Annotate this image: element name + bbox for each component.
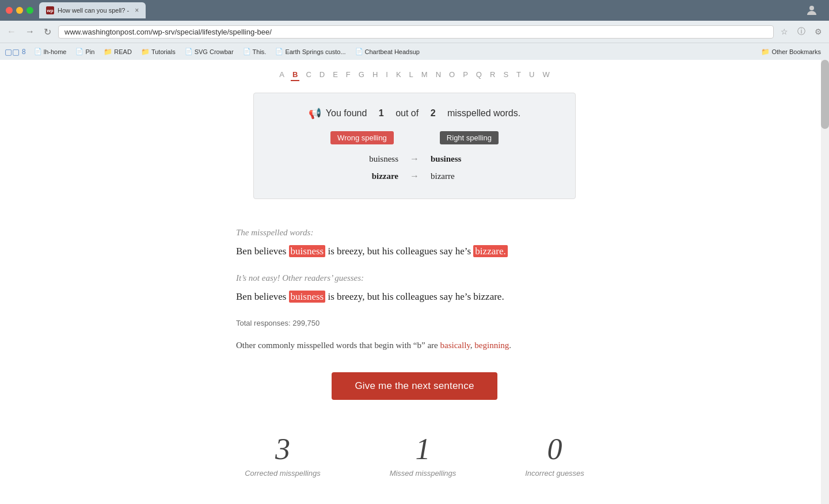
next-button-container: Give me the next sentence <box>236 372 593 400</box>
alpha-M[interactable]: M <box>420 69 429 81</box>
extensions-icon: ▢▢ <box>5 47 20 56</box>
browser-titlebar: wp How well can you spell? - × <box>0 0 829 21</box>
bookmark-page-icon: 📄 <box>243 48 251 55</box>
stat-missed: 1 Missed misspellings <box>390 434 457 478</box>
alpha-E[interactable]: E <box>331 69 340 81</box>
svg-point-0 <box>809 6 814 10</box>
alpha-G[interactable]: G <box>357 69 366 81</box>
bookmark-item-other[interactable]: 📁 Other Bookmarks <box>758 47 824 57</box>
stat-corrected-label: Corrected misspellings <box>245 469 321 478</box>
alpha-A[interactable]: A <box>277 69 286 81</box>
next-sentence-button[interactable]: Give me the next sentence <box>332 372 497 400</box>
stat-missed-number: 1 <box>415 434 430 464</box>
scrollbar-thumb[interactable] <box>821 60 829 129</box>
other-sentence-part-1: Ben believes <box>236 291 289 302</box>
right-word-2: bizarre <box>431 171 488 181</box>
alpha-I[interactable]: I <box>384 69 390 81</box>
alpha-D[interactable]: D <box>318 69 326 81</box>
bookmark-item-chartbeat[interactable]: 📄 Chartbeat Headsup <box>352 47 423 56</box>
bookmark-item-svg-crowbar[interactable]: 📄 SVG Crowbar <box>181 47 237 56</box>
refresh-button[interactable]: ↻ <box>41 25 54 39</box>
link-beginning[interactable]: beginning <box>474 341 509 350</box>
close-window-button[interactable] <box>6 7 13 14</box>
right-spelling-label: Right spelling <box>440 131 499 144</box>
bookmark-folder-icon: 📁 <box>141 48 150 56</box>
forward-button[interactable]: → <box>23 25 37 38</box>
browser-chrome: wp How well can you spell? - × ← → ↻ www… <box>0 0 829 60</box>
summary-mid: out of <box>396 108 419 119</box>
tab-title: How well can you spell? - <box>58 7 129 14</box>
sentence-part-1: Ben believes <box>236 246 289 257</box>
info-icon[interactable]: ⓘ <box>795 25 808 38</box>
sentence-part-2: is breezy, but his colleagues say he’s <box>325 246 473 257</box>
minimize-window-button[interactable] <box>16 7 23 14</box>
bookmark-page-icon: 📄 <box>275 48 283 55</box>
active-tab[interactable]: wp How well can you spell? - × <box>39 2 146 18</box>
stat-corrected: 3 Corrected misspellings <box>245 434 321 478</box>
other-sentence-part-2: is breezy, but his colleagues say he’s b… <box>325 291 504 302</box>
other-readers-sentence: Ben believes buisness is breezy, but his… <box>236 289 593 304</box>
bookmark-item-read[interactable]: 📁 READ <box>100 47 135 57</box>
alpha-K[interactable]: K <box>394 69 403 81</box>
bookmark-item-this[interactable]: 📄 This. <box>239 47 270 56</box>
bookmark-star-icon[interactable]: ☆ <box>778 26 790 38</box>
tab-bar: wp How well can you spell? - × <box>39 2 800 18</box>
arrow-icon-1: → <box>410 154 419 164</box>
bookmark-page-icon: 📄 <box>355 48 363 55</box>
stat-incorrect-number: 0 <box>547 434 562 464</box>
bookmark-item-tutorials[interactable]: 📁 Tutorials <box>138 47 179 57</box>
misspelled-word-bizzare: bizzare. <box>473 245 507 257</box>
link-basically[interactable]: basically <box>440 341 470 350</box>
total-responses-label: Total responses: <box>236 319 291 327</box>
settings-icon[interactable]: ⚙ <box>812 26 824 38</box>
alpha-Q[interactable]: Q <box>474 69 484 81</box>
window-controls <box>6 7 33 14</box>
total-responses: Total responses: 299,750 <box>236 319 593 327</box>
alpha-U[interactable]: U <box>527 69 536 81</box>
alpha-R[interactable]: R <box>488 69 497 81</box>
tab-favicon: wp <box>46 6 54 14</box>
misspelled-label: The misspelled words: <box>236 228 593 238</box>
alpha-B[interactable]: B <box>291 69 299 81</box>
wrong-word-2: bizzare <box>341 171 398 181</box>
summary-pre: You found <box>326 108 367 119</box>
back-button[interactable]: ← <box>5 25 18 38</box>
alpha-H[interactable]: H <box>371 69 379 81</box>
bookmark-folder-icon: 📁 <box>104 48 112 56</box>
alpha-L[interactable]: L <box>408 69 415 81</box>
spelling-header: Wrong spelling Right spelling <box>271 131 558 144</box>
total-count: 2 <box>431 108 436 119</box>
other-words-text: Other commonly misspelled words that beg… <box>236 339 593 352</box>
alpha-C[interactable]: C <box>304 69 313 81</box>
user-icon <box>805 3 819 17</box>
found-count: 1 <box>379 108 384 119</box>
alpha-N[interactable]: N <box>434 69 443 81</box>
bookmark-item-lh-home[interactable]: 📄 lh-home <box>31 47 70 56</box>
alpha-S[interactable]: S <box>501 69 510 81</box>
alpha-P[interactable]: P <box>461 69 470 81</box>
bookmark-item-pin[interactable]: 📄 Pin <box>72 47 98 56</box>
address-bar[interactable]: www.washingtonpost.com/wp-srv/special/li… <box>58 25 774 39</box>
arrow-icon-2: → <box>410 171 419 181</box>
tab-close-button[interactable]: × <box>135 6 139 14</box>
wrong-spelling-label: Wrong spelling <box>330 131 394 144</box>
spelling-row-1: buisness → business <box>271 150 558 167</box>
misspelled-sentence: Ben believes buisness is breezy, but his… <box>236 243 593 259</box>
alpha-W[interactable]: W <box>541 69 551 81</box>
result-box: 📢 You found 1 out of 2 misspelled words.… <box>253 93 576 199</box>
alpha-F[interactable]: F <box>344 69 352 81</box>
bookmark-page-icon: 📄 <box>185 48 193 55</box>
stat-incorrect: 0 Incorrect guesses <box>525 434 584 478</box>
maximize-window-button[interactable] <box>26 7 33 14</box>
stat-corrected-number: 3 <box>275 434 290 464</box>
bookmark-page-icon: 📄 <box>34 48 42 55</box>
other-misspelled-buisness: buisness <box>289 291 326 303</box>
scrollbar-track[interactable] <box>821 60 829 504</box>
alpha-O[interactable]: O <box>447 69 457 81</box>
browser-nav-bar: ← → ↻ www.washingtonpost.com/wp-srv/spec… <box>0 21 829 43</box>
bookmark-item-earth-springs[interactable]: 📄 Earth Springs custo... <box>272 47 349 56</box>
bookmark-folder-icon: 📁 <box>761 48 770 56</box>
main-content: The misspelled words: Ben believes buisn… <box>213 216 616 504</box>
misspelled-word-buisness: buisness <box>289 245 326 257</box>
alpha-T[interactable]: T <box>515 69 523 81</box>
